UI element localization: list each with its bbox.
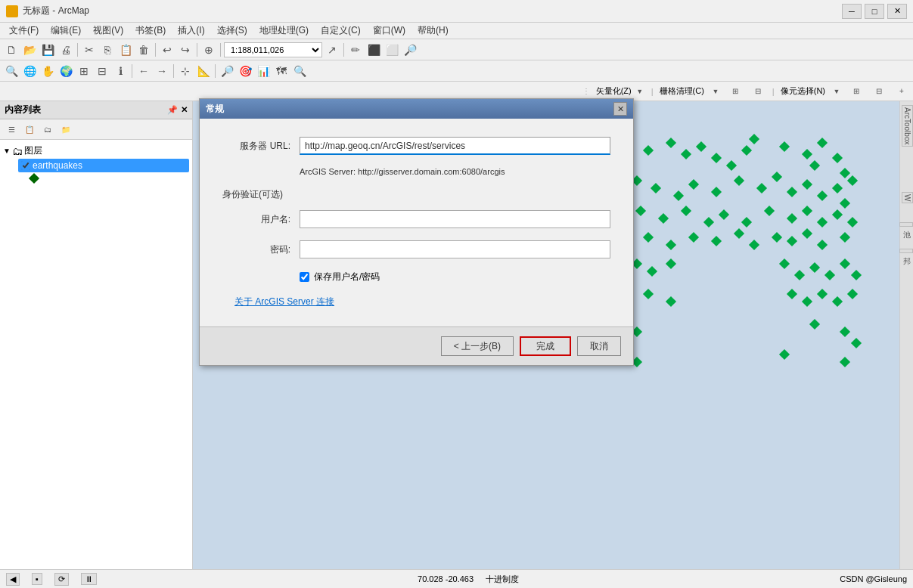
auth-section: 身份验证(可选) 用户名: 密码: 保存用户名/密码 xyxy=(222,188,610,283)
server-url-row: 服务器 URL: xyxy=(222,137,610,155)
save-credentials-label: 保存用户名/密码 xyxy=(314,271,380,283)
dialog-overlay: 常规 ✕ 服务器 URL: ArcGIS Server: http://giss… xyxy=(0,0,913,588)
help-link-row: 关于 ArcGIS Server 连接 xyxy=(234,296,610,308)
password-row: 密码: xyxy=(222,240,610,258)
username-label: 用户名: xyxy=(222,213,290,226)
save-credentials-row: 保存用户名/密码 xyxy=(300,271,610,283)
general-dialog: 常规 ✕ 服务器 URL: ArcGIS Server: http://giss… xyxy=(199,98,634,366)
password-input[interactable] xyxy=(300,240,610,258)
username-input[interactable] xyxy=(300,210,610,228)
dialog-title-bar: 常规 ✕ xyxy=(200,99,633,119)
finish-button[interactable]: 完成 xyxy=(520,336,571,356)
help-link[interactable]: 关于 ArcGIS Server 连接 xyxy=(234,296,334,307)
cancel-button[interactable]: 取消 xyxy=(577,336,621,356)
username-row: 用户名: xyxy=(222,210,610,228)
dialog-title: 常规 xyxy=(206,103,224,116)
server-url-label: 服务器 URL: xyxy=(222,140,290,153)
dialog-footer: < 上一步(B) 完成 取消 xyxy=(200,326,633,365)
auth-title: 身份验证(可选) xyxy=(222,188,610,201)
password-label: 密码: xyxy=(222,243,290,256)
dialog-body: 服务器 URL: ArcGIS Server: http://gisserver… xyxy=(200,119,633,326)
dialog-close-button[interactable]: ✕ xyxy=(613,102,627,116)
back-button[interactable]: < 上一步(B) xyxy=(441,336,514,356)
server-url-input[interactable] xyxy=(300,137,610,155)
save-credentials-checkbox[interactable] xyxy=(300,272,309,282)
server-hint: ArcGIS Server: http://gisserver.domain.c… xyxy=(300,167,610,176)
